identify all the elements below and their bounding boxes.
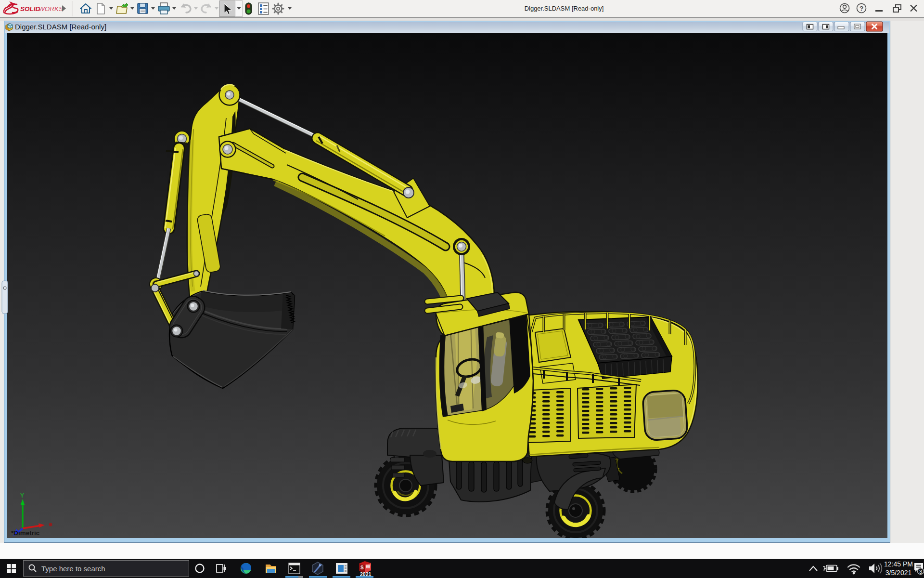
svg-text:Digger.SLDASM [Read-only]: Digger.SLDASM [Read-only] <box>525 5 604 12</box>
svg-text:S: S <box>360 565 364 570</box>
svg-text:3/5/2021: 3/5/2021 <box>886 569 912 577</box>
svg-text:3: 3 <box>919 569 922 575</box>
svg-text:Digger.SLDASM [Read-only]: Digger.SLDASM [Read-only] <box>15 23 106 31</box>
svg-text:W: W <box>366 564 371 569</box>
svg-text:12:45 PM: 12:45 PM <box>884 560 913 568</box>
svg-text:*Dimetric: *Dimetric <box>11 529 40 537</box>
svg-text:WORKS: WORKS <box>38 5 63 13</box>
svg-text:SOLID: SOLID <box>20 5 40 13</box>
svg-text:Type here to search: Type here to search <box>41 565 105 573</box>
svg-text:Y: Y <box>20 492 24 499</box>
svg-text:?: ? <box>860 5 863 12</box>
